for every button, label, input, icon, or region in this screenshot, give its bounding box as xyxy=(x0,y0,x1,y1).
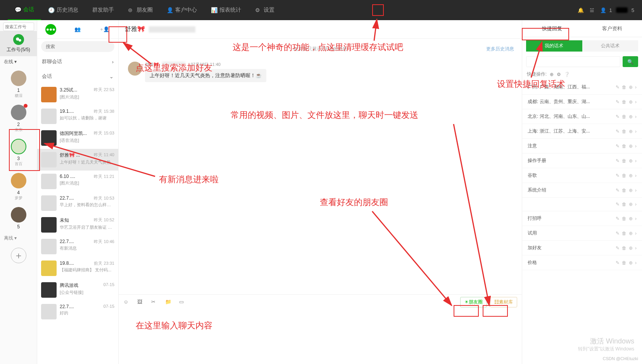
edit-icon[interactable]: ✎ xyxy=(616,143,620,149)
offline-label[interactable]: 离线 ▾ xyxy=(0,233,37,244)
online-label[interactable]: 在线 ▾ xyxy=(0,56,37,67)
quick-reply-item[interactable]: 北京: 河北、河南、山东、山...✎🗑⊕› xyxy=(522,109,642,124)
chat-input-area[interactable] xyxy=(119,310,522,364)
conversation-item[interactable]: 腾讯游戏07-15[公众号链接] xyxy=(37,279,118,301)
quick-reply-item[interactable]: ✎🗑⊕› xyxy=(522,198,642,211)
edit-icon[interactable]: ✎ xyxy=(616,85,620,90)
edit-icon[interactable]: ✎ xyxy=(616,202,620,207)
search-scripts-button[interactable]: 🔍 xyxy=(623,56,638,67)
nav-history[interactable]: 🕘历史消息 xyxy=(41,0,85,20)
account-1[interactable]: 1糖湿 xyxy=(0,67,37,102)
account-5[interactable]: 5 xyxy=(0,204,37,233)
account-4[interactable]: 4萝梦 xyxy=(0,170,37,204)
cache-icon[interactable]: ☱ xyxy=(588,6,596,14)
emoji-icon[interactable]: ☺ xyxy=(123,299,130,306)
quick-reply-item[interactable]: 价格✎🗑⊕› xyxy=(522,255,642,270)
delete-icon[interactable]: 🗑 xyxy=(622,245,626,251)
conversation-item[interactable]: 19.8....前天 23:31【福建码牌招商】 支付码... xyxy=(37,257,118,279)
add-icon[interactable]: ⊕ xyxy=(550,72,554,77)
add-icon[interactable]: ⊕ xyxy=(629,231,633,236)
card-icon[interactable]: ▭ xyxy=(179,299,186,306)
nav-settings[interactable]: ⚙设置 xyxy=(248,0,281,20)
quick-reply-item[interactable]: 加好友✎🗑⊕› xyxy=(522,241,642,255)
add-icon[interactable]: ⊕ xyxy=(629,188,633,193)
nav-customer[interactable]: 👤客户中心 xyxy=(160,0,204,20)
add-icon[interactable]: ⊕ xyxy=(629,143,633,149)
screenshot-icon[interactable]: ✂ xyxy=(151,299,158,306)
bell-icon[interactable]: 🔔 xyxy=(578,7,584,13)
edit-icon[interactable]: ✎ xyxy=(616,231,620,236)
add-icon[interactable]: ⊕ xyxy=(629,260,633,266)
add-icon[interactable]: ⊕ xyxy=(629,129,633,134)
add-icon[interactable]: ⊕ xyxy=(629,202,633,207)
tab-chats-icon[interactable]: ●●● xyxy=(45,24,56,35)
add-icon[interactable]: ⊕ xyxy=(629,85,633,90)
delete-icon[interactable]: 🗑 xyxy=(622,158,626,164)
settings-icon[interactable]: ⚙ xyxy=(557,72,561,77)
add-icon[interactable]: ⊕ xyxy=(629,114,633,119)
subtab-public-scripts[interactable]: 公共话术 xyxy=(582,40,639,52)
delete-icon[interactable]: 🗑 xyxy=(622,216,626,221)
add-account[interactable]: ＋ xyxy=(11,248,26,263)
quick-reply-item[interactable]: 谷歌✎🗑⊕› xyxy=(522,168,642,183)
add-icon[interactable]: ⊕ xyxy=(629,99,633,105)
edit-icon[interactable]: ✎ xyxy=(616,245,620,251)
nav-moments[interactable]: ⊚朋友圈 xyxy=(121,0,160,20)
edit-icon[interactable]: ✎ xyxy=(616,99,620,105)
add-icon[interactable]: ⊕ xyxy=(629,216,633,221)
search-scripts-input[interactable] xyxy=(526,56,620,67)
conversation-item[interactable]: 19.1....昨天 15:38如可以扰，请删除，谢谢 xyxy=(37,105,118,127)
delete-icon[interactable]: 🗑 xyxy=(622,143,626,149)
edit-icon[interactable]: ✎ xyxy=(616,158,620,164)
user-badge-1[interactable]: 👤1 xyxy=(600,7,612,13)
edit-icon[interactable]: ✎ xyxy=(616,188,620,193)
add-icon[interactable]: ⊕ xyxy=(629,158,633,164)
delete-icon[interactable]: 🗑 xyxy=(622,260,626,266)
quick-reply-item[interactable]: 系统介绍✎🗑⊕› xyxy=(522,183,642,198)
conversation-item[interactable]: 舒雅🎀 ...昨天 11:40上午好呀！近几天天气炎热 xyxy=(37,149,118,171)
conversation-item[interactable]: 22.7....07-15好的 xyxy=(37,301,118,323)
conv-header[interactable]: 会话⌄ xyxy=(37,69,118,84)
quick-reply-item[interactable]: 打招呼✎🗑⊕› xyxy=(522,211,642,226)
conversation-item[interactable]: 22.7....昨天 10:46有新消息 xyxy=(37,236,118,257)
subtab-my-scripts[interactable]: 我的话术 xyxy=(526,40,582,52)
search-conversations[interactable] xyxy=(41,41,114,52)
conversation-item[interactable]: 22.7....昨天 10:53早上好，资料看的怎么样了... xyxy=(37,192,118,214)
delete-icon[interactable]: 🗑 xyxy=(622,173,626,178)
tab-customer-info[interactable]: 客户资料 xyxy=(582,20,642,37)
help-icon[interactable]: ❔ xyxy=(564,72,570,77)
quick-reply-item[interactable]: 操作手册✎🗑⊕› xyxy=(522,154,642,168)
group-chat-header[interactable]: 群聊会话› xyxy=(37,54,118,69)
delete-icon[interactable]: 🗑 xyxy=(622,231,626,236)
folder-icon[interactable]: 📁 xyxy=(165,299,172,306)
delete-icon[interactable]: 🗑 xyxy=(622,202,626,207)
msg-avatar[interactable] xyxy=(128,62,142,76)
add-icon[interactable]: ⊕ xyxy=(629,173,633,178)
quick-reply-item[interactable]: 注意✎🗑⊕› xyxy=(522,139,642,154)
quick-reply-item[interactable]: 试用✎🗑⊕› xyxy=(522,226,642,241)
conversation-item[interactable]: 德国阿里凯...昨天 15:03[语音消息] xyxy=(37,127,118,149)
delete-icon[interactable]: 🗑 xyxy=(622,99,626,105)
delete-icon[interactable]: 🗑 xyxy=(622,114,626,119)
conversation-item[interactable]: 3.25试...昨天 22:53[图片消息] xyxy=(37,84,118,105)
delete-icon[interactable]: 🗑 xyxy=(622,188,626,193)
conversation-item[interactable]: 未知昨天 10:52华艺卫浴开启了朋友验证 你... xyxy=(37,214,118,236)
nav-chat[interactable]: 💬会话 xyxy=(8,0,41,20)
quick-reply-item[interactable]: 上海: 浙江、江苏、上海、安...✎🗑⊕› xyxy=(522,124,642,139)
edit-icon[interactable]: ✎ xyxy=(616,173,620,178)
edit-icon[interactable]: ✎ xyxy=(616,216,620,221)
edit-icon[interactable]: ✎ xyxy=(616,114,620,119)
conversation-item[interactable]: 6.10 ....昨天 11:21[图片消息] xyxy=(37,171,118,192)
delete-icon[interactable]: 🗑 xyxy=(622,85,626,90)
add-icon[interactable]: ⊕ xyxy=(629,245,633,251)
delete-icon[interactable]: 🗑 xyxy=(622,129,626,134)
search-worknum[interactable] xyxy=(3,22,34,31)
edit-icon[interactable]: ✎ xyxy=(616,129,620,134)
nav-broadcast[interactable]: 群发助手 xyxy=(85,0,121,20)
edit-icon[interactable]: ✎ xyxy=(616,260,620,266)
tab-contacts-icon[interactable]: 👥 xyxy=(72,24,83,35)
more-history-link[interactable]: 更多历史消息 xyxy=(486,46,514,52)
image-icon[interactable]: 🖼 xyxy=(137,299,144,306)
nav-stats[interactable]: 📊报表统计 xyxy=(204,0,248,20)
quick-reply-item[interactable]: 广州: 广西、湖南、江西、福...✎🗑⊕› xyxy=(522,80,642,95)
